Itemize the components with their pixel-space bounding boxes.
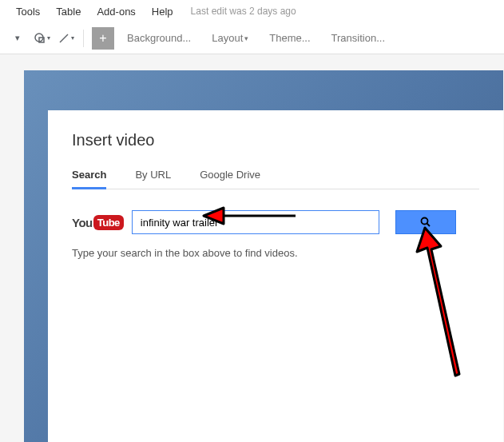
- search-input[interactable]: [132, 210, 379, 234]
- menu-help[interactable]: Help: [144, 2, 181, 21]
- layout-button[interactable]: Layout▾: [204, 29, 256, 47]
- tab-by-url[interactable]: By URL: [135, 169, 171, 189]
- separator: [83, 30, 84, 47]
- menu-table[interactable]: Table: [48, 2, 89, 21]
- tabs: Search By URL Google Drive: [72, 169, 479, 189]
- transition-button[interactable]: Transition...: [323, 29, 393, 47]
- menu-addons[interactable]: Add-ons: [89, 2, 143, 21]
- new-slide-button[interactable]: +: [92, 27, 114, 50]
- svg-line-4: [427, 224, 430, 227]
- search-icon: [420, 217, 431, 228]
- search-row: You Tube: [72, 210, 479, 234]
- canvas-area: Insert video Search By URL Google Drive …: [0, 54, 504, 442]
- tab-google-drive[interactable]: Google Drive: [200, 169, 260, 189]
- youtube-you-text: You: [72, 216, 93, 229]
- line-tool[interactable]: ▾: [56, 29, 75, 48]
- svg-line-2: [60, 34, 68, 42]
- theme-button[interactable]: Theme...: [261, 29, 318, 47]
- insert-video-dialog: Insert video Search By URL Google Drive …: [48, 110, 503, 442]
- shape-tool[interactable]: ▾: [32, 29, 51, 48]
- youtube-logo: You Tube: [72, 215, 124, 230]
- svg-point-3: [421, 218, 427, 225]
- menu-tools[interactable]: Tools: [8, 2, 48, 21]
- toolbar: ▾ ▾ ▾ + Background... Layout▾ Theme... T…: [0, 22, 504, 54]
- help-text: Type your search in the box above to fin…: [72, 247, 479, 259]
- tool-dropdown-1[interactable]: ▾: [8, 29, 27, 48]
- search-button[interactable]: [395, 210, 456, 234]
- youtube-tube-text: Tube: [93, 215, 124, 230]
- menubar: Tools Table Add-ons Help Last edit was 2…: [0, 0, 504, 22]
- dialog-title: Insert video: [72, 131, 479, 149]
- last-edit-info: Last edit was 2 days ago: [191, 6, 296, 17]
- background-button[interactable]: Background...: [119, 29, 199, 47]
- tab-search[interactable]: Search: [72, 169, 106, 189]
- slide-background: Insert video Search By URL Google Drive …: [24, 70, 503, 442]
